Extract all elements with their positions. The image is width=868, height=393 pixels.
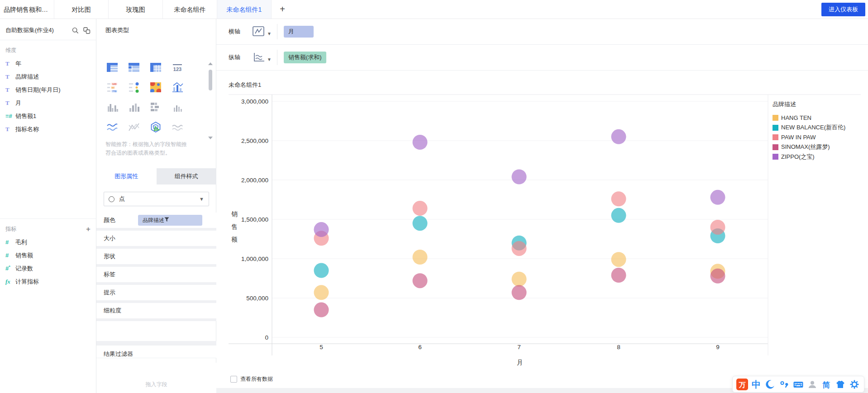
scroll-down-icon[interactable]: [208, 137, 213, 139]
y-axis-field-pill[interactable]: 销售额(求和): [284, 52, 326, 63]
tab-4[interactable]: 未命名组件: [163, 0, 217, 19]
bubble-HANG TEN-m5[interactable]: [314, 285, 329, 300]
tab-3[interactable]: 玫瑰图: [109, 0, 163, 19]
sogou-logo-icon[interactable]: 万: [736, 379, 748, 390]
add-tab-button[interactable]: +: [272, 0, 293, 19]
view-all-data-checkbox[interactable]: 查看所有数据: [230, 375, 273, 383]
config-tab-图形属性[interactable]: 图形属性: [96, 168, 157, 185]
chart-type-curve-line-icon[interactable]: [127, 120, 141, 134]
switch-dataset-icon[interactable]: [83, 27, 91, 34]
config-tab-组件样式[interactable]: 组件样式: [157, 168, 217, 185]
account-icon[interactable]: [806, 379, 818, 390]
property-row-标签[interactable]: 标签: [96, 267, 216, 285]
legend-item-HANG TEN[interactable]: HANG TEN: [773, 113, 865, 123]
measure-field-毛利[interactable]: #毛利: [0, 236, 96, 249]
bubble-PAW IN PAW-m9[interactable]: [711, 220, 725, 235]
dimension-field-年[interactable]: T年: [0, 57, 96, 70]
scroll-up-icon[interactable]: [208, 62, 213, 65]
checkbox-icon[interactable]: [230, 376, 237, 383]
chart-type-kpi-card-icon[interactable]: 12390778: [105, 80, 119, 94]
skin-icon[interactable]: [835, 379, 846, 390]
enter-dashboard-button[interactable]: 进入仪表板: [821, 3, 865, 16]
property-row-形状[interactable]: 形状: [96, 249, 216, 267]
bubble-ZIPPO(之宝)-m5[interactable]: [314, 222, 329, 237]
punctuation-icon[interactable]: [778, 379, 790, 390]
bubble-NEW BALANCE(新百伦)-m6[interactable]: [413, 216, 428, 231]
legend-item-SINOMAX(丝露梦)[interactable]: SINOMAX(丝露梦): [773, 142, 865, 152]
chart-type-combo-chart-icon[interactable]: [171, 80, 184, 94]
tab-2[interactable]: 对比图: [54, 0, 109, 19]
bubble-ZIPPO(之宝)-m9[interactable]: [711, 190, 725, 205]
mark-type-dropdown[interactable]: 点 ▼: [104, 192, 209, 206]
measure-field-销售额[interactable]: #销售额: [0, 249, 96, 262]
property-row-大小[interactable]: 大小: [96, 231, 216, 249]
chart-type-bar-column-icon[interactable]: [127, 100, 141, 114]
chart-type-area-line-icon[interactable]: [105, 120, 119, 134]
dataset-name[interactable]: 自助数据集(作业4): [5, 26, 54, 34]
chart-type-radar-icon[interactable]: [149, 120, 162, 134]
bubble-HANG TEN-m8[interactable]: [611, 252, 626, 267]
color-field-pill[interactable]: 品牌描述: [138, 215, 202, 226]
dimension-field-销售日期(年月日)[interactable]: T销售日期(年月日): [0, 83, 96, 96]
chart-type-table-basic-icon[interactable]: [105, 61, 119, 74]
search-icon[interactable]: [72, 27, 79, 34]
measure-field-记录数[interactable]: #*记录数: [0, 262, 96, 275]
y-axis-shelf-label: 纵轴: [229, 53, 252, 62]
bubble-ZIPPO(之宝)-m8[interactable]: [611, 129, 626, 144]
chart-type-bar-stacked-h-icon[interactable]: [149, 100, 162, 114]
bubble-SINOMAX(丝露梦)-m9[interactable]: [711, 269, 725, 284]
chinese-mode-icon[interactable]: 中: [750, 379, 762, 390]
chart-type-table-group-icon[interactable]: [127, 61, 141, 74]
scrollbar-thumb[interactable]: [209, 70, 212, 90]
keyboard-icon[interactable]: [792, 379, 804, 390]
svg-text:500,000: 500,000: [246, 295, 268, 302]
bubble-PAW IN PAW-m6[interactable]: [413, 201, 428, 216]
filter-funnel-icon[interactable]: [164, 217, 169, 223]
dimension-field-销售额1[interactable]: =#销售额1: [0, 109, 96, 123]
legend-item-ZIPPO(之宝)[interactable]: ZIPPO(之宝): [773, 152, 865, 162]
bubble-ZIPPO(之宝)-m7[interactable]: [512, 170, 527, 185]
bubble-SINOMAX(丝露梦)-m5[interactable]: [314, 303, 329, 317]
dimension-field-品牌描述[interactable]: T品牌描述: [0, 70, 96, 83]
tab-5[interactable]: 未命名组件1: [217, 0, 272, 19]
x-axis-field-pill[interactable]: 月: [284, 26, 314, 38]
formula-icon: fx: [5, 278, 15, 285]
chart-type-table-cross-icon[interactable]: [149, 61, 162, 74]
chart-type-bar-grouped-icon[interactable]: [105, 100, 119, 114]
chart-type-dot-indicator-icon[interactable]: [127, 80, 141, 94]
simplified-icon[interactable]: 简: [820, 379, 832, 390]
chart-type-color-map-icon[interactable]: [149, 80, 162, 94]
bubble-SINOMAX(丝露梦)-m6[interactable]: [413, 273, 428, 288]
tab-1[interactable]: 品牌销售额和毛...: [0, 0, 54, 19]
svg-text:万: 万: [739, 381, 746, 388]
x-axis-type-dropdown[interactable]: ▼: [252, 26, 272, 38]
bubble-NEW BALANCE(新百伦)-m5[interactable]: [314, 263, 329, 278]
legend-item-PAW IN PAW[interactable]: PAW IN PAW: [773, 133, 865, 142]
bubble-PAW IN PAW-m8[interactable]: [611, 191, 626, 206]
moon-icon[interactable]: [764, 379, 776, 390]
bubble-PAW IN PAW-m7[interactable]: [512, 241, 527, 256]
legend-item-NEW BALANCE(新百伦)[interactable]: NEW BALANCE(新百伦): [773, 123, 865, 133]
dimension-field-月[interactable]: T月: [0, 96, 96, 109]
bubble-ZIPPO(之宝)-m6[interactable]: [413, 135, 428, 150]
settings-icon[interactable]: [849, 379, 860, 390]
measure-field-计算指标[interactable]: fx计算指标: [0, 275, 96, 288]
property-row-提示[interactable]: 提示: [96, 285, 216, 303]
chart-type-bar-mini-icon[interactable]: [171, 100, 184, 114]
dimension-field-指标名称[interactable]: T指标名称: [0, 123, 96, 136]
chart-type-scrollbar[interactable]: [208, 62, 213, 139]
bubble-HANG TEN-m6[interactable]: [413, 250, 428, 265]
property-row-细粒度[interactable]: 细粒度: [96, 303, 216, 321]
chart-type-wave-line-icon[interactable]: [171, 120, 184, 134]
bubble-HANG TEN-m7[interactable]: [512, 272, 527, 287]
bubble-SINOMAX(丝露梦)-m8[interactable]: [611, 268, 626, 283]
add-measure-button[interactable]: +: [86, 226, 91, 232]
number-field-icon: #: [5, 252, 15, 259]
bubble-SINOMAX(丝露梦)-m7[interactable]: [512, 285, 527, 300]
y-axis-type-dropdown[interactable]: ▼: [252, 52, 272, 63]
property-row-颜色[interactable]: 颜色品牌描述: [96, 213, 216, 231]
filter-drop-zone[interactable]: 拖入字段: [96, 363, 216, 393]
chart-type-numeric-card-icon[interactable]: 123: [171, 61, 184, 74]
bubble-NEW BALANCE(新百伦)-m8[interactable]: [611, 208, 626, 223]
svg-text:简: 简: [822, 380, 830, 389]
